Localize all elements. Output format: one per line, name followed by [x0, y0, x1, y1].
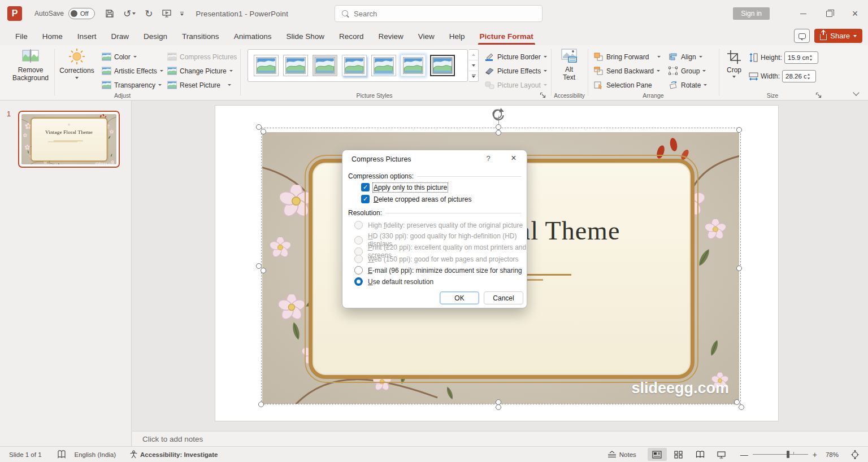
picture-style-thumb[interactable]	[313, 55, 337, 76]
redo-button[interactable]: ↻	[145, 9, 153, 19]
view-slide-sorter-button[interactable]	[669, 448, 688, 461]
notes-toggle[interactable]: Notes	[607, 451, 636, 458]
send-backward-button[interactable]: Send Backward	[594, 64, 661, 78]
notes-pane[interactable]: Click to add notes	[132, 431, 868, 446]
align-button[interactable]: Align	[669, 50, 707, 64]
picture-style-thumb[interactable]	[342, 55, 367, 76]
picture-style-thumb[interactable]	[401, 55, 426, 76]
search-box[interactable]	[335, 5, 542, 22]
restore-button[interactable]	[816, 0, 842, 27]
tab-review[interactable]: Review	[371, 28, 411, 45]
picture-style-thumb[interactable]	[371, 55, 396, 76]
view-normal-button[interactable]	[648, 448, 667, 461]
color-button[interactable]: Color	[102, 50, 163, 64]
search-input[interactable]	[354, 10, 523, 18]
sign-in-button[interactable]: Sign in	[733, 7, 770, 20]
corrections-button[interactable]: Corrections	[58, 49, 96, 79]
crop-button[interactable]: Crop	[722, 50, 747, 78]
accessibility-status[interactable]: Accessibility: Investigate	[140, 451, 218, 458]
selection-handle[interactable]	[496, 404, 501, 410]
view-slideshow-button[interactable]	[712, 448, 731, 461]
change-picture-button[interactable]: Change Picture	[167, 64, 237, 78]
remove-background-button[interactable]: Remove Background	[11, 49, 50, 82]
width-spinner[interactable]	[807, 73, 810, 80]
compress-pictures-button[interactable]: Compress Pictures	[167, 50, 237, 64]
powerpoint-logo[interactable]: P	[7, 6, 22, 21]
checkbox-checked-icon[interactable]: ✓	[361, 195, 370, 203]
radio-high-fidelity[interactable]: High fidelity: preserves quality of the …	[354, 221, 523, 229]
selection-pane-button[interactable]: Selection Pane	[594, 78, 661, 92]
radio-email[interactable]: E-mail (96 ppi): minimize document size …	[354, 266, 522, 274]
zoom-percentage[interactable]: 78%	[817, 451, 839, 458]
share-button[interactable]: Share	[814, 29, 862, 43]
selection-handle[interactable]	[734, 399, 740, 405]
selection-handle[interactable]	[261, 268, 266, 273]
radio-use-default[interactable]: Use default resolution	[354, 277, 433, 286]
selection-handle[interactable]	[739, 404, 744, 410]
apply-only-checkbox-row[interactable]: ✓ Apply only to this picture	[361, 183, 447, 191]
tab-transitions[interactable]: Transitions	[175, 28, 227, 45]
height-spinner[interactable]	[809, 55, 813, 61]
group-button[interactable]: Group	[669, 64, 707, 78]
gallery-more-button[interactable]	[469, 71, 478, 81]
tab-insert[interactable]: Insert	[70, 28, 104, 45]
tab-design[interactable]: Design	[136, 28, 175, 45]
save-icon[interactable]	[105, 9, 114, 18]
rotate-button[interactable]: Rotate	[669, 78, 707, 92]
fit-to-window-button[interactable]	[845, 448, 865, 461]
slide-indicator[interactable]: Slide 1 of 1	[9, 451, 42, 458]
selection-handle[interactable]	[736, 127, 742, 133]
collapse-ribbon-button[interactable]	[853, 92, 859, 95]
radio-selected-icon[interactable]	[354, 277, 363, 286]
delete-cropped-checkbox-row[interactable]: ✓ Delete cropped areas of pictures	[361, 195, 471, 203]
spellcheck-icon[interactable]	[58, 450, 66, 459]
slide-thumbnail[interactable]: Vintage Floral Theme slideegg.com	[18, 111, 120, 168]
language-indicator[interactable]: English (India)	[75, 451, 116, 458]
tab-animations[interactable]: Animations	[227, 28, 279, 45]
picture-styles-dialog-launcher[interactable]	[540, 91, 546, 98]
rotate-handle-icon[interactable]	[491, 107, 506, 121]
zoom-in-button[interactable]: +	[813, 450, 817, 459]
tab-record[interactable]: Record	[332, 28, 371, 45]
picture-border-button[interactable]: Picture Border	[485, 50, 547, 64]
zoom-slider-handle[interactable]	[787, 451, 789, 458]
tab-view[interactable]: View	[411, 28, 442, 45]
start-slideshow-icon[interactable]	[162, 10, 171, 18]
height-input[interactable]	[785, 54, 809, 61]
picture-style-thumb[interactable]	[283, 55, 308, 76]
width-input[interactable]	[783, 73, 806, 80]
undo-button[interactable]: ↺	[123, 9, 136, 19]
autosave-toggle[interactable]: Off	[68, 8, 95, 19]
artistic-effects-button[interactable]: Artistic Effects	[102, 64, 163, 78]
radio-icon[interactable]	[354, 255, 363, 263]
tab-file[interactable]: File	[8, 28, 35, 45]
selection-handle[interactable]	[261, 129, 266, 134]
view-reading-button[interactable]	[691, 448, 710, 461]
tab-home[interactable]: Home	[35, 28, 70, 45]
dialog-help-button[interactable]: ?	[483, 154, 494, 163]
transparency-button[interactable]: Transparency	[102, 78, 163, 92]
selection-handle[interactable]	[496, 130, 501, 136]
zoom-out-button[interactable]: —	[740, 450, 748, 459]
cancel-button[interactable]: Cancel	[484, 291, 523, 304]
radio-icon[interactable]	[354, 221, 363, 229]
alt-text-button[interactable]: Alt Text	[555, 49, 583, 81]
selection-handle[interactable]	[258, 402, 264, 407]
picture-effects-button[interactable]: Picture Effects	[485, 64, 547, 78]
gallery-scroll-down[interactable]	[469, 60, 478, 71]
minimize-button[interactable]	[790, 0, 816, 27]
picture-style-thumb-selected[interactable]	[430, 55, 455, 76]
tab-draw[interactable]: Draw	[104, 28, 137, 45]
tab-slide-show[interactable]: Slide Show	[279, 28, 332, 45]
height-field[interactable]	[784, 51, 818, 64]
ok-button[interactable]: OK	[440, 291, 479, 304]
comments-button[interactable]	[794, 29, 810, 43]
width-field[interactable]	[782, 70, 816, 82]
customize-qat-icon[interactable]	[180, 12, 184, 16]
selection-handle[interactable]	[736, 265, 742, 271]
checkbox-checked-icon[interactable]: ✓	[361, 183, 370, 191]
close-button[interactable]: ×	[842, 0, 868, 27]
zoom-slider[interactable]	[753, 454, 808, 455]
selection-handle[interactable]	[496, 124, 501, 130]
gallery-scroll-up[interactable]	[469, 50, 478, 60]
